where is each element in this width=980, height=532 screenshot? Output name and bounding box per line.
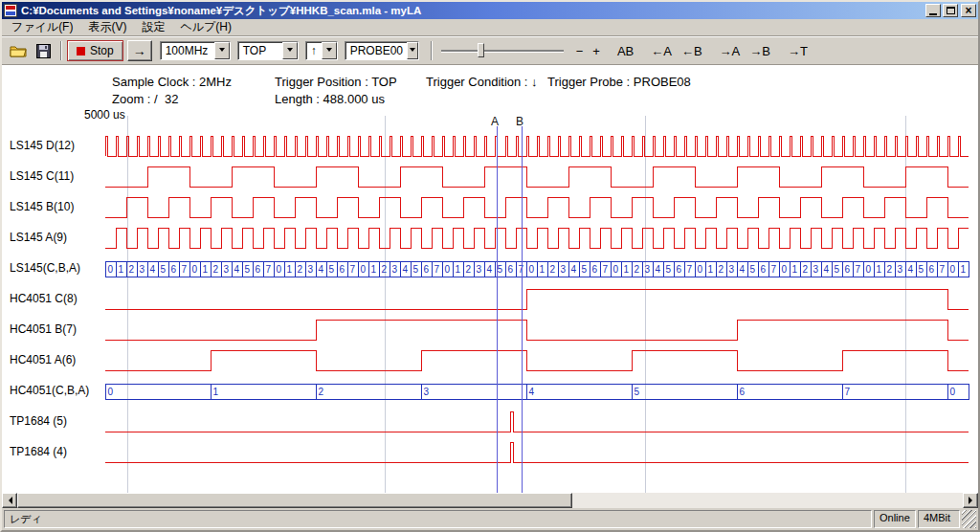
bus-value: 1 [119,264,124,275]
trigger-probe-value: PROBE00 [345,42,407,59]
bus-value: 7 [845,387,851,397]
bus-value: 2 [887,264,893,275]
stop-button[interactable]: Stop [67,40,123,61]
bus-value: 3 [645,264,651,275]
resize-grip[interactable] [962,510,976,528]
sample-rate-value: 100MHz [161,42,214,59]
status-memory: 4MBit [918,510,960,528]
maximize-button[interactable] [943,4,958,17]
chevron-down-icon[interactable] [407,42,418,59]
bus-cell [105,384,211,399]
chevron-down-icon[interactable] [214,42,230,59]
close-button[interactable]: × [961,4,976,17]
bus-value: 4 [234,264,240,275]
minimize-button[interactable] [925,4,941,17]
bus-value: 3 [140,264,145,275]
bus-value: 6 [256,264,261,275]
trigger-pos-select[interactable]: TOP [237,41,299,60]
bus-value: 4 [529,387,535,397]
slider-thumb[interactable] [478,43,484,57]
menu-file[interactable]: ファイル(F) [4,18,80,36]
zoom-in-button[interactable]: + [588,42,605,60]
bus-value: 2 [803,264,809,275]
bus-value: 0 [866,264,872,275]
ab-button[interactable]: AB [612,42,638,60]
window-title: C:¥Documents and Settings¥noname¥デスクトップ¥… [21,4,924,18]
bus-value: 0 [529,264,535,275]
waveform-panel: Sample Clock : 2MHz Trigger Position : T… [2,65,978,493]
bus-value: 2 [719,264,724,275]
trigger-probe-select[interactable]: PROBE00 [345,41,419,60]
bus-value: 6 [171,264,177,275]
goto-trigger-button[interactable]: →T [783,42,813,60]
chevron-down-icon[interactable] [282,42,298,59]
bus-value: 0 [613,264,619,275]
run-button[interactable]: → [127,40,152,61]
slider-track[interactable] [441,50,564,52]
bus-value: 6 [761,264,767,275]
bus-value: 4 [403,264,409,275]
waveform-ls145-c-11- [105,166,969,187]
scrollbar-thumb[interactable] [17,493,572,508]
scroll-left-button[interactable] [2,493,17,508]
bus-value: 1 [877,264,882,275]
goto-marker-b-button[interactable]: ←B [677,42,707,60]
menu-settings[interactable]: 設定 [134,18,172,36]
arrow-right-icon [969,497,976,504]
menu-view[interactable]: 表示(V) [80,18,134,36]
bus-value: 3 [308,264,314,275]
bus-value: 2 [382,264,388,275]
waveform-ls145-b-10- [105,197,969,217]
status-ready: レディ [4,510,872,528]
bus-cell [211,384,316,399]
bus-value: 4 [571,264,577,275]
zoom-out-button[interactable]: − [571,42,589,60]
save-button[interactable] [31,39,56,62]
bus-value: 1 [287,264,293,275]
bus-value: 0 [445,264,451,275]
bus-value: 0 [361,264,367,275]
scroll-right-button[interactable] [963,493,978,508]
menu-help[interactable]: ヘルプ(H) [172,18,239,36]
floppy-icon [36,44,51,58]
bus-value: 0 [782,264,788,275]
title-bar[interactable]: C:¥Documents and Settings¥noname¥デスクトップ¥… [2,2,978,19]
bus-value: 7 [687,264,693,275]
bus-value: 7 [350,264,356,275]
bus-value: 2 [213,264,219,275]
scrollbar-track[interactable] [17,493,963,508]
bus-value: 0 [698,264,703,275]
set-marker-a-button[interactable]: →A [715,42,746,60]
status-online: Online [874,510,916,528]
open-file-button[interactable] [6,39,31,62]
goto-marker-a-button[interactable]: ←A [646,42,677,60]
bus-value: 5 [666,264,672,275]
trigger-edge-select[interactable]: ↑ [305,41,338,60]
horizontal-scrollbar[interactable] [2,493,978,508]
bus-value: 7 [182,264,188,275]
bus-value: 6 [340,264,345,275]
bus-value: 4 [487,264,493,275]
arrow-left-icon [5,497,12,504]
chevron-down-icon[interactable] [322,42,337,59]
bus-value: 2 [129,264,135,275]
sample-rate-select[interactable]: 100MHz [160,41,231,60]
set-marker-b-button[interactable]: →B [745,42,775,60]
zoom-slider[interactable] [441,41,564,60]
bus-value: 4 [656,264,661,275]
stop-icon [77,47,85,55]
waveform-ls145-a-9- [105,228,969,248]
trigger-edge-value: ↑ [306,42,322,59]
bus-value: 3 [477,264,482,275]
trigger-pos-value: TOP [238,42,282,59]
bus-value: 7 [771,264,777,275]
bus-value: 3 [898,264,903,275]
bus-cell [421,384,526,399]
bus-value: 6 [740,387,746,397]
bus-value: 2 [466,264,472,275]
minimize-icon [929,13,937,15]
status-bar: レディ Online 4MBit [2,508,978,530]
bus-value: 6 [677,264,682,275]
waveform-tp1684-4- [105,442,969,462]
bus-value: 0 [277,264,282,275]
